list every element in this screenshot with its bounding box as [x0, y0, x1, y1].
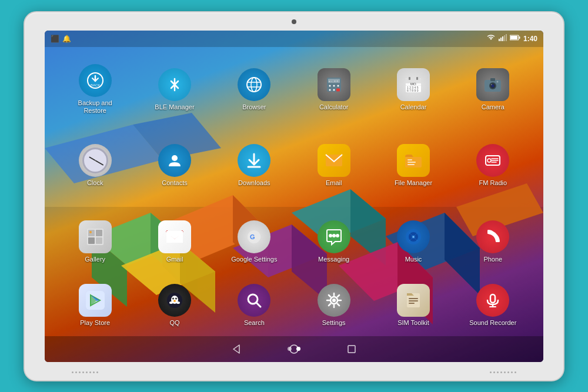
svg-marker-118	[233, 345, 239, 353]
svg-text:6 7 8 9 0: 6 7 8 9 0	[407, 89, 419, 92]
search-label: Search	[244, 319, 265, 327]
gallery-icon	[79, 220, 112, 253]
svg-rect-20	[499, 39, 500, 41]
app-downloads[interactable]: Downloads	[216, 129, 293, 203]
svg-text:G: G	[250, 233, 255, 240]
svg-rect-113	[409, 300, 418, 301]
svg-point-106	[169, 301, 173, 304]
nav-bar	[45, 336, 543, 362]
svg-point-40	[333, 85, 335, 86]
home-button[interactable]	[286, 341, 302, 357]
app-settings[interactable]: Settings	[295, 281, 372, 330]
svg-point-110	[332, 299, 336, 302]
gmail-icon	[158, 220, 191, 253]
app-search[interactable]: Search	[216, 281, 293, 330]
app-clock[interactable]: Clock	[56, 129, 133, 203]
messaging-icon	[318, 220, 350, 253]
speaker-right	[490, 371, 516, 373]
filemanager-label: File Manager	[395, 179, 432, 187]
svg-rect-120	[348, 346, 355, 353]
front-camera	[292, 19, 296, 24]
app-fmradio[interactable]: FM Radio	[455, 129, 532, 203]
app-soundrecorder[interactable]: Sound Recorder	[455, 281, 532, 330]
svg-point-34	[251, 78, 257, 92]
fmradio-icon	[476, 144, 509, 177]
svg-point-62	[497, 81, 499, 82]
phone-label: Phone	[483, 256, 502, 263]
app-qq[interactable]: QQ	[136, 281, 213, 330]
svg-rect-24	[506, 34, 507, 41]
svg-point-119	[290, 345, 298, 353]
playstore-icon	[79, 284, 112, 317]
contacts-icon	[158, 144, 191, 177]
svg-rect-44	[336, 88, 340, 91]
email-icon	[318, 144, 350, 177]
downloads-icon	[238, 144, 270, 177]
search-icon	[238, 284, 270, 317]
app-ble[interactable]: BLE Manager	[136, 53, 213, 127]
svg-point-81	[89, 231, 92, 233]
back-button[interactable]	[228, 341, 245, 357]
browser-icon	[238, 68, 270, 101]
app-playstore[interactable]: Play Store	[56, 281, 133, 330]
svg-rect-70	[407, 164, 415, 165]
svg-rect-114	[409, 303, 415, 304]
app-calculator[interactable]: + - × = Calculator	[295, 53, 372, 127]
svg-point-42	[329, 89, 330, 91]
svg-point-61	[492, 84, 493, 85]
svg-rect-57	[490, 78, 495, 81]
svg-rect-55	[416, 77, 418, 80]
battery-icon	[510, 34, 520, 43]
svg-rect-115	[490, 294, 495, 303]
app-filemanager[interactable]: File Manager	[375, 129, 452, 203]
svg-point-72	[487, 159, 491, 162]
app-calendar[interactable]: MO 1 2 3 4 5 6 7 8 9 0 Calendar	[375, 53, 452, 127]
svg-text:× =: × =	[334, 79, 338, 83]
app-contacts[interactable]: Contacts	[136, 129, 213, 203]
time-display: 1:40	[523, 35, 537, 43]
app-camera[interactable]: Camera	[455, 53, 532, 127]
app-grid: BACK Backup and Restore BLE Manager	[45, 47, 543, 336]
soundrecorder-icon	[476, 284, 509, 317]
settings-label: Settings	[322, 319, 346, 327]
app-email[interactable]: Email	[295, 129, 372, 203]
gmail-label: Gmail	[166, 256, 183, 263]
svg-point-63	[172, 155, 178, 161]
settings-icon	[318, 284, 350, 317]
status-left-icons: ⬛ 🔔	[51, 35, 71, 43]
svg-line-109	[256, 303, 260, 307]
svg-point-39	[329, 85, 330, 86]
status-bar: ⬛ 🔔	[45, 31, 543, 47]
svg-point-107	[176, 301, 180, 304]
app-backup[interactable]: BACK Backup and Restore	[56, 53, 133, 127]
svg-text:BACK: BACK	[91, 83, 100, 87]
googlesettings-label: Google Settings	[231, 256, 277, 263]
tablet-screen: ⬛ 🔔	[45, 31, 543, 362]
svg-point-33	[247, 78, 261, 92]
svg-rect-69	[407, 162, 416, 163]
svg-rect-54	[409, 77, 410, 80]
recents-button[interactable]	[343, 341, 360, 357]
app-simtoolkit[interactable]: SIM Toolkit	[375, 281, 452, 330]
app-music[interactable]: Music	[375, 205, 452, 279]
simtoolkit-label: SIM Toolkit	[397, 319, 429, 327]
app-googlesettings[interactable]: G Google Settings	[216, 205, 293, 279]
calculator-label: Calculator	[319, 103, 349, 111]
svg-point-105	[173, 300, 176, 302]
tablet-device: ⬛ 🔔	[24, 11, 564, 381]
app-browser[interactable]: Browser	[216, 53, 293, 127]
ble-icon	[158, 68, 191, 101]
svg-point-89	[333, 234, 335, 237]
app-phone[interactable]: Phone	[455, 205, 532, 279]
svg-rect-79	[88, 237, 95, 244]
app-messaging[interactable]: Messaging	[295, 205, 372, 279]
email-label: Email	[326, 179, 342, 187]
svg-rect-27	[510, 36, 517, 39]
notification-icon: 🔔	[62, 35, 71, 43]
svg-rect-78	[96, 230, 102, 236]
svg-point-103	[173, 299, 173, 299]
camera-label: Camera	[482, 103, 505, 111]
app-gallery[interactable]: Gallery	[56, 205, 133, 279]
app-gmail[interactable]: Gmail	[136, 205, 213, 279]
wifi-icon	[486, 34, 496, 43]
